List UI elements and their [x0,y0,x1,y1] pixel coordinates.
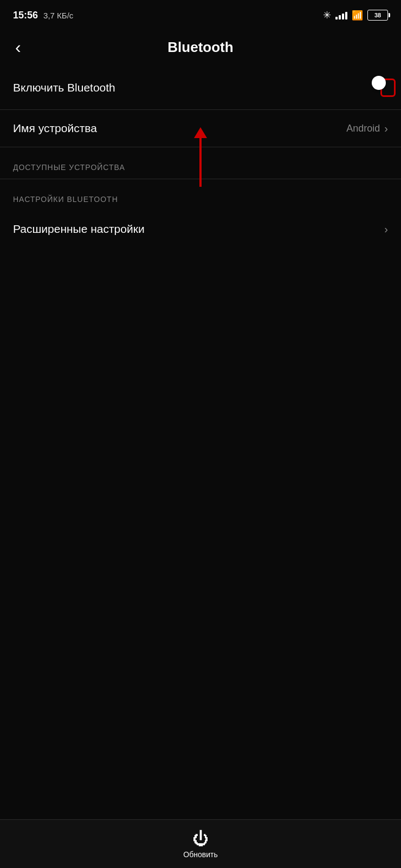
bottom-bar: ⏻ Обновить [0,819,401,868]
refresh-icon[interactable]: ⏻ [192,830,209,848]
device-name-value: Android [346,123,380,134]
advanced-settings-row[interactable]: Расширенные настройки › [0,211,401,247]
device-name-value-container: Android › [346,122,388,135]
device-name-label: Имя устройства [13,122,97,135]
chevron-right-icon: › [384,122,388,135]
arrow-line [199,138,202,187]
advanced-settings-label: Расширенные настройки [13,223,145,236]
refresh-label[interactable]: Обновить [183,850,217,859]
available-devices-label: ДОСТУПНЫЕ УСТРОЙСТВА [13,163,125,172]
page-title: Bluetooth [167,39,233,56]
data-speed: 3,7 КБ/с [43,11,73,20]
arrow-head-icon [194,127,207,138]
battery-icon: 38 [367,10,388,21]
page-header: ‹ Bluetooth [0,28,401,66]
enable-bluetooth-row: Включить Bluetooth [0,66,401,109]
signal-bars-icon [335,11,347,19]
status-bar: 15:56 3,7 КБ/с ✳ 📶 38 [0,0,401,28]
bluetooth-settings-label: НАСТРОЙКИ BLUETOOTH [13,195,118,204]
status-time: 15:56 [13,10,38,21]
advanced-chevron-right-icon: › [384,223,388,236]
battery-percent: 38 [374,12,381,18]
annotation-arrow [130,127,271,187]
back-button[interactable]: ‹ [11,33,25,62]
enable-bluetooth-label: Включить Bluetooth [13,81,115,94]
advanced-settings-chevron: › [384,223,388,236]
status-icons: ✳ 📶 38 [323,9,388,21]
bluetooth-status-icon: ✳ [323,9,331,21]
wifi-icon: 📶 [352,10,363,21]
